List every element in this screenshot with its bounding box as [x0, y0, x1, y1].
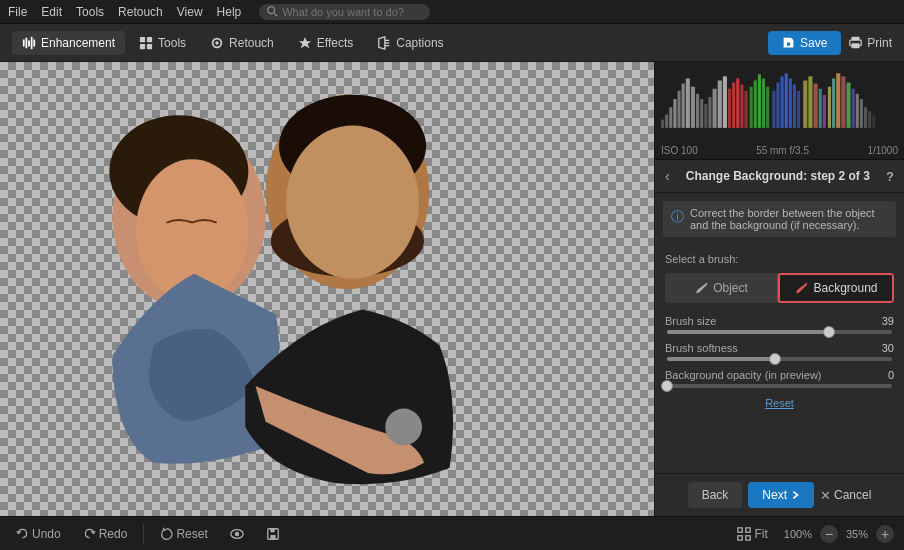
svg-rect-28	[661, 120, 664, 128]
cancel-x-icon: ✕	[820, 488, 831, 503]
tab-effects[interactable]: Effects	[288, 31, 363, 55]
histogram	[655, 62, 904, 142]
svg-rect-45	[736, 78, 739, 127]
svg-line-1	[274, 13, 277, 16]
menu-edit[interactable]: Edit	[41, 5, 62, 19]
svg-rect-2	[23, 39, 25, 46]
svg-rect-35	[691, 87, 695, 128]
tab-retouch[interactable]: Retouch	[200, 31, 284, 55]
tab-tools[interactable]: Tools	[129, 31, 196, 55]
cancel-button[interactable]: ✕ Cancel	[820, 488, 871, 503]
panel-back-arrow[interactable]: ‹	[665, 168, 670, 184]
menu-view[interactable]: View	[177, 5, 203, 19]
save-button[interactable]: Save	[768, 31, 841, 55]
brush-softness-track[interactable]	[667, 357, 892, 361]
panel-header: ‹ Change Background: step 2 of 3 ?	[655, 160, 904, 193]
svg-rect-61	[808, 76, 812, 128]
redo-button[interactable]: Redo	[77, 525, 134, 543]
undo-button[interactable]: Undo	[10, 525, 67, 543]
brush-label: Select a brush:	[665, 253, 894, 265]
brush-softness-row: Brush softness 30	[665, 342, 894, 361]
iso-value: ISO 100	[661, 145, 698, 156]
zoom-in-button[interactable]: +	[876, 525, 894, 543]
reset-link: Reset	[665, 396, 894, 410]
svg-rect-53	[772, 91, 775, 128]
exif-info: ISO 100 55 mm f/3.5 1/1000	[655, 142, 904, 160]
svg-rect-60	[803, 80, 807, 127]
zoom-percent-text: 35%	[846, 528, 868, 540]
back-button[interactable]: Back	[688, 482, 743, 508]
svg-rect-65	[828, 87, 831, 128]
bg-opacity-label: Background opacity (in preview)	[665, 369, 822, 381]
svg-rect-32	[677, 91, 680, 128]
eye-icon	[230, 527, 244, 541]
svg-point-27	[385, 409, 422, 446]
svg-rect-70	[852, 89, 855, 128]
menu-bar: File Edit Tools Retouch View Help	[0, 0, 904, 24]
svg-point-26	[286, 126, 419, 279]
svg-rect-69	[846, 83, 850, 128]
next-button[interactable]: Next	[748, 482, 814, 508]
next-label: Next	[762, 488, 787, 502]
tab-tools-label: Tools	[158, 36, 186, 50]
svg-rect-54	[776, 83, 779, 128]
reset-button[interactable]: Reset	[154, 525, 213, 543]
save-icon-button[interactable]	[260, 525, 286, 543]
fit-button[interactable]: Fit	[731, 525, 773, 543]
svg-point-0	[268, 7, 275, 14]
svg-rect-58	[793, 85, 796, 128]
svg-rect-59	[797, 91, 800, 128]
menu-help[interactable]: Help	[217, 5, 242, 19]
background-brush-label: Background	[813, 281, 877, 295]
canvas-area[interactable]	[0, 62, 654, 516]
zoom-out-button[interactable]: −	[820, 525, 838, 543]
svg-rect-46	[740, 85, 743, 128]
print-button[interactable]: Print	[849, 36, 892, 50]
brush-size-track[interactable]	[667, 330, 892, 334]
search-input[interactable]	[282, 6, 422, 18]
save-small-icon	[266, 527, 280, 541]
back-label: Back	[702, 488, 729, 502]
svg-rect-7	[140, 36, 145, 41]
tab-captions-label: Captions	[396, 36, 443, 50]
menu-tools[interactable]: Tools	[76, 5, 104, 19]
tab-enhancement[interactable]: Enhancement	[12, 31, 125, 55]
svg-rect-49	[754, 80, 757, 127]
background-brush-option[interactable]: Background	[778, 273, 894, 303]
effects-icon	[298, 36, 312, 50]
brush-size-value: 39	[882, 315, 894, 327]
svg-rect-68	[841, 76, 845, 128]
retouch-icon	[210, 36, 224, 50]
reset-anchor[interactable]: Reset	[765, 397, 794, 409]
zoom-fit-text: 100%	[784, 528, 812, 540]
bottom-divider-1	[143, 524, 144, 544]
svg-rect-55	[781, 76, 784, 128]
svg-rect-62	[814, 84, 818, 128]
svg-rect-79	[270, 534, 275, 538]
svg-rect-51	[762, 78, 765, 127]
svg-rect-40	[713, 89, 717, 128]
svg-rect-83	[738, 535, 742, 539]
toolbar: Enhancement Tools Retouch Effects Captio…	[0, 24, 904, 62]
svg-rect-36	[696, 94, 699, 128]
svg-rect-44	[732, 83, 735, 128]
svg-rect-39	[708, 97, 711, 128]
lens-value: 55 mm f/3.5	[756, 145, 809, 156]
svg-rect-67	[836, 73, 840, 128]
svg-rect-33	[682, 84, 685, 128]
save-icon	[782, 36, 795, 49]
menu-retouch[interactable]: Retouch	[118, 5, 163, 19]
svg-rect-41	[718, 80, 722, 127]
svg-rect-8	[147, 36, 152, 41]
svg-rect-9	[140, 43, 145, 48]
brush-softness-value: 30	[882, 342, 894, 354]
object-brush-option[interactable]: Object	[665, 275, 777, 301]
bg-opacity-track[interactable]	[667, 384, 892, 388]
search-box[interactable]	[259, 4, 430, 20]
tab-captions[interactable]: Captions	[367, 31, 453, 55]
panel-help-button[interactable]: ?	[886, 169, 894, 184]
menu-file[interactable]: File	[8, 5, 27, 19]
brush-softness-label: Brush softness	[665, 342, 738, 354]
eye-button[interactable]	[224, 525, 250, 543]
redo-icon	[83, 527, 96, 540]
